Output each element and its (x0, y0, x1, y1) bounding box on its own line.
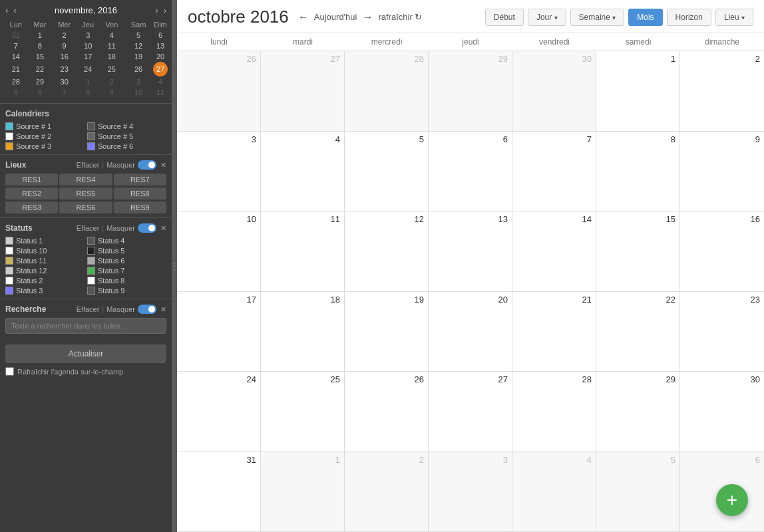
cal-cell[interactable]: 17 (177, 292, 261, 372)
statut-item[interactable]: Status 10 (5, 247, 85, 255)
mini-cal-day[interactable]: 25 (99, 62, 124, 76)
mini-cal-day[interactable]: 17 (77, 51, 99, 62)
recherche-toggle[interactable] (138, 305, 156, 314)
statut-item[interactable]: Status 12 (5, 267, 85, 275)
cal-cell[interactable]: 10 (177, 211, 261, 291)
mini-cal-day[interactable]: 3 (77, 30, 99, 41)
drag-handle[interactable] (172, 0, 177, 532)
mini-cal-prev2[interactable]: ‹ (12, 5, 17, 15)
mini-cal-day[interactable]: 6 (153, 30, 168, 41)
mini-cal-next2[interactable]: › (162, 5, 168, 15)
mini-cal-day[interactable]: 15 (28, 51, 53, 62)
mini-cal-day[interactable]: 30 (52, 76, 77, 87)
statut-item[interactable]: Status 8 (87, 277, 166, 285)
cal-source-item[interactable]: Source # 1 (5, 122, 85, 130)
statut-item[interactable]: Status 6 (87, 257, 166, 265)
cal-cell[interactable]: 18 (261, 292, 345, 372)
cal-cell[interactable]: 19 (345, 292, 429, 372)
recherche-effacer[interactable]: Effacer (77, 305, 100, 313)
statut-item[interactable]: Status 7 (87, 267, 166, 275)
cal-cell[interactable]: 28 (345, 51, 429, 131)
view-button-horizon[interactable]: Horizon (667, 9, 711, 26)
cal-cell[interactable]: 30 (680, 372, 764, 452)
mini-cal-day[interactable]: 13 (153, 41, 168, 51)
cal-cell[interactable]: 21 (512, 292, 596, 372)
lieu-button[interactable]: RES1 (5, 174, 58, 186)
mini-cal-day[interactable]: 4 (99, 30, 124, 41)
search-input[interactable] (5, 318, 166, 334)
mini-cal-day[interactable]: 4 (153, 76, 168, 87)
statut-item[interactable]: Status 5 (87, 247, 166, 255)
statut-item[interactable]: Status 9 (87, 287, 166, 295)
mini-cal-day[interactable]: 8 (28, 41, 53, 51)
cal-cell[interactable]: 28 (512, 372, 596, 452)
cal-cell[interactable]: 16 (680, 211, 764, 291)
cal-cell[interactable]: 4 (261, 132, 345, 211)
mini-cal-day[interactable]: 19 (124, 51, 153, 62)
mini-cal-day[interactable]: 14 (4, 51, 28, 62)
mini-cal-day[interactable]: 23 (52, 62, 77, 76)
statut-item[interactable]: Status 2 (5, 277, 85, 285)
cal-source-item[interactable]: Source # 2 (5, 132, 85, 140)
mini-cal-next[interactable]: › (154, 5, 159, 15)
statuts-close[interactable]: ✕ (160, 224, 166, 233)
mini-cal-day[interactable]: 11 (153, 87, 168, 98)
cal-cell[interactable]: 3 (429, 452, 512, 532)
cal-cell[interactable]: 1 (261, 452, 345, 532)
cal-cell[interactable]: 31 (177, 452, 261, 532)
cal-cell[interactable]: 29 (429, 51, 512, 131)
mini-cal-day[interactable]: 6 (28, 87, 53, 98)
recherche-close[interactable]: ✕ (160, 305, 166, 314)
mini-cal-day[interactable]: 18 (99, 51, 124, 62)
cal-cell[interactable]: 5 (345, 132, 429, 211)
cal-cell[interactable]: 8 (596, 132, 680, 211)
mini-cal-day[interactable]: 16 (52, 51, 77, 62)
mini-cal-day[interactable]: 27 (153, 62, 168, 76)
cal-cell[interactable]: 2 (345, 452, 429, 532)
actualiser-button[interactable]: Actualiser (5, 344, 166, 363)
cal-cell[interactable]: 26 (177, 51, 261, 131)
statut-item[interactable]: Status 1 (5, 237, 85, 245)
mini-cal-day[interactable]: 7 (52, 87, 77, 98)
view-button-début[interactable]: Début (485, 9, 524, 26)
statuts-toggle[interactable] (138, 223, 156, 233)
cal-cell[interactable]: 3 (177, 132, 261, 211)
mini-cal-next-nav[interactable]: › › (154, 5, 168, 15)
cal-cell[interactable]: 24 (177, 372, 261, 452)
mini-cal-prev[interactable]: ‹ (4, 5, 9, 15)
mini-cal-day[interactable]: 12 (124, 41, 153, 51)
mini-cal-day[interactable]: 29 (28, 76, 53, 87)
mini-cal-day[interactable]: 21 (4, 62, 28, 76)
mini-cal-day[interactable]: 20 (153, 51, 168, 62)
view-button-semaine[interactable]: Semaine ▾ (570, 9, 625, 26)
cal-cell[interactable]: 2 (680, 51, 764, 131)
cal-cell[interactable]: 25 (261, 372, 345, 452)
mini-cal-day[interactable]: 24 (77, 62, 99, 76)
cal-source-item[interactable]: Source # 5 (87, 132, 166, 140)
recherche-masquer[interactable]: Masquer (106, 305, 135, 313)
cal-cell[interactable]: 5 (596, 452, 680, 532)
refresh-checkbox[interactable] (5, 367, 14, 376)
cal-cell[interactable]: 14 (512, 211, 596, 291)
next-month-button[interactable]: → (361, 11, 374, 23)
mini-cal-day[interactable]: 11 (99, 41, 124, 51)
refresh-link[interactable]: rafraîchir ↻ (378, 12, 421, 22)
cal-source-item[interactable]: Source # 6 (87, 142, 166, 150)
cal-cell[interactable]: 1 (596, 51, 680, 131)
cal-cell[interactable]: 13 (429, 211, 512, 291)
cal-cell[interactable]: 12 (345, 211, 429, 291)
lieu-button[interactable]: RES2 (5, 188, 58, 200)
view-button-jour[interactable]: Jour ▾ (528, 9, 566, 26)
mini-cal-day[interactable]: 9 (99, 87, 124, 98)
cal-source-item[interactable]: Source # 4 (87, 122, 166, 130)
mini-cal-day[interactable]: 1 (28, 30, 53, 41)
lieux-toggle[interactable] (138, 160, 156, 170)
cal-cell[interactable]: 7 (512, 132, 596, 211)
lieux-close[interactable]: ✕ (160, 161, 166, 170)
lieux-effacer[interactable]: Effacer (77, 161, 100, 169)
lieu-button[interactable]: RES4 (59, 174, 112, 186)
lieu-button[interactable]: RES5 (59, 188, 112, 200)
mini-cal-day[interactable]: 5 (124, 30, 153, 41)
mini-cal-nav[interactable]: ‹ ‹ (4, 5, 18, 15)
cal-cell[interactable]: 27 (261, 51, 345, 131)
